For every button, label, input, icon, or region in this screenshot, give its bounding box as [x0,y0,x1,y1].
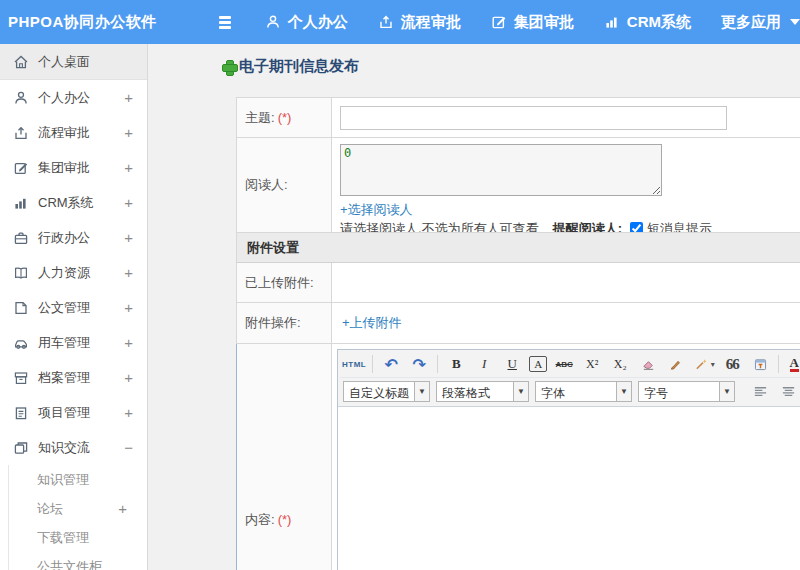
font-size-select[interactable]: 字号▼ [638,381,735,402]
nav-group-approval[interactable]: 集团审批 [491,13,574,32]
editor-toolbar: HTML ↶ ↷ B I U A ABC X² [338,350,800,407]
sidebar-item-admin-office[interactable]: 行政办公 + [0,220,147,255]
upload-attachment-link[interactable]: +上传附件 [342,314,402,332]
align-center-button[interactable] [775,381,800,403]
expand-toggle[interactable]: + [124,335,133,350]
format-painter-button[interactable] [663,353,689,375]
expand-toggle[interactable]: + [118,501,127,516]
sidebar-item-personal-office[interactable]: 个人办公 + [0,80,147,115]
required-mark: (*) [278,512,292,527]
underline-button[interactable]: U [499,353,525,375]
strikethrough-button[interactable]: ABC [551,353,577,375]
eraser-button[interactable] [635,353,661,375]
subscript-button[interactable]: X₂ [607,353,633,375]
readers-label: 阅读人: [237,138,332,232]
template-button[interactable] [747,353,773,375]
align-left-button[interactable] [747,381,773,403]
subject-row: 主题: (*) [236,98,800,138]
hamburger-menu-icon[interactable] [219,16,231,29]
paragraph-format-select[interactable]: 段落格式▼ [436,381,529,402]
boxed-text-button[interactable]: A [529,356,547,372]
sidebar-item-archive-mgmt[interactable]: 档案管理 + [0,360,147,395]
nav-label: 个人办公 [288,13,348,32]
select-readers-link[interactable]: +选择阅读人 [340,201,413,218]
bar-chart-icon [13,195,29,211]
nav-personal-office[interactable]: 个人办公 [265,13,348,32]
sidebar-item-document-mgmt[interactable]: 公文管理 + [0,290,147,325]
sidebar: 个人桌面 个人办公 + 流程审批 + 集团审批 + CRM系统 + 行政办公 + [0,44,148,570]
readers-textarea[interactable]: 0 [340,144,662,196]
bar-chart-icon [604,14,620,30]
sidebar-item-label: 知识交流 [38,439,90,457]
bold-button[interactable]: B [443,353,469,375]
expand-toggle[interactable]: + [124,405,133,420]
sidebar-item-workflow-approval[interactable]: 流程审批 + [0,115,147,150]
sidebar-item-label: 人力资源 [38,264,90,282]
expand-toggle[interactable]: + [124,160,133,175]
share-up-icon [378,14,394,30]
sidebar-item-group-approval[interactable]: 集团审批 + [0,150,147,185]
autoformat-button[interactable]: ▾ [691,353,717,375]
expand-toggle[interactable]: + [124,90,133,105]
font-color-button[interactable]: A▾ [784,353,800,375]
font-family-select[interactable]: 字体▼ [535,381,632,402]
sidebar-item-public-cabinet[interactable]: 公共文件柜 [9,552,147,570]
nav-workflow-approval[interactable]: 流程审批 [378,13,461,32]
attachment-section-header: 附件设置 [236,233,800,263]
editor-content-area[interactable] [338,407,800,570]
sidebar-item-label: 个人桌面 [38,53,90,71]
italic-button[interactable]: I [471,353,497,375]
page-title-text: 电子期刊信息发布 [239,57,359,76]
sidebar-item-label: CRM系统 [38,194,94,212]
source-code-button[interactable]: HTML [341,353,367,375]
template-icon [753,357,768,372]
car-icon [13,335,29,351]
sidebar-item-label: 公文管理 [38,299,90,317]
sidebar-item-download-mgmt[interactable]: 下载管理 [9,523,147,552]
sidebar-item-vehicle-mgmt[interactable]: 用车管理 + [0,325,147,360]
nav-label: 集团审批 [514,13,574,32]
edit-square-icon [13,160,29,176]
sidebar-item-hr[interactable]: 人力资源 + [0,255,147,290]
sidebar-item-project-mgmt[interactable]: 项目管理 + [0,395,147,430]
eraser-icon [641,357,656,372]
expand-toggle[interactable]: + [124,195,133,210]
uploaded-label: 已上传附件: [237,263,332,302]
sidebar-item-knowledge-mgmt[interactable]: 知识管理 [9,465,147,494]
chevron-down-icon: ▾ [711,360,715,369]
add-plus-icon [222,60,236,74]
sidebar-item-desktop[interactable]: 个人桌面 [0,44,147,80]
person-icon [265,14,281,30]
expand-toggle[interactable]: + [124,265,133,280]
expand-toggle[interactable]: + [124,125,133,140]
file-icon [13,300,29,316]
app-logo[interactable]: PHPOA协同办公软件 [0,13,157,32]
uploaded-value [332,263,800,302]
toolbar-separator [778,355,779,373]
sidebar-submenu-knowledge: 知识管理 论坛 + 下载管理 公共文件柜 [8,465,147,570]
sidebar-item-forum[interactable]: 论坛 + [9,494,147,523]
nav-crm[interactable]: CRM系统 [604,13,691,32]
expand-toggle[interactable]: + [124,370,133,385]
subject-input[interactable] [340,106,727,130]
expand-toggle[interactable]: + [124,230,133,245]
redo-button[interactable]: ↷ [406,353,432,375]
nav-more-apps[interactable]: 更多应用 [721,13,800,32]
page-title: 电子期刊信息发布 [222,57,359,76]
attach-op-label: 附件操作: [237,303,332,343]
sms-notify-checkbox[interactable] [630,222,643,232]
expand-toggle[interactable]: + [124,300,133,315]
sidebar-item-crm[interactable]: CRM系统 + [0,185,147,220]
section-title: 附件设置 [247,239,299,257]
blockquote-button[interactable]: 66 [719,353,745,375]
heading-select[interactable]: 自定义标题▼ [343,381,430,402]
sidebar-item-label: 下载管理 [37,529,89,547]
sidebar-item-knowledge-exchange[interactable]: 知识交流 − [0,430,147,465]
collapse-toggle[interactable]: − [124,440,133,455]
sidebar-item-label: 知识管理 [37,471,89,489]
remind-readers-label: 提醒阅读人: [553,220,622,232]
sidebar-item-label: 用车管理 [38,334,90,352]
superscript-button[interactable]: X² [579,353,605,375]
chevron-down-icon: ▼ [514,381,529,402]
undo-button[interactable]: ↶ [378,353,404,375]
